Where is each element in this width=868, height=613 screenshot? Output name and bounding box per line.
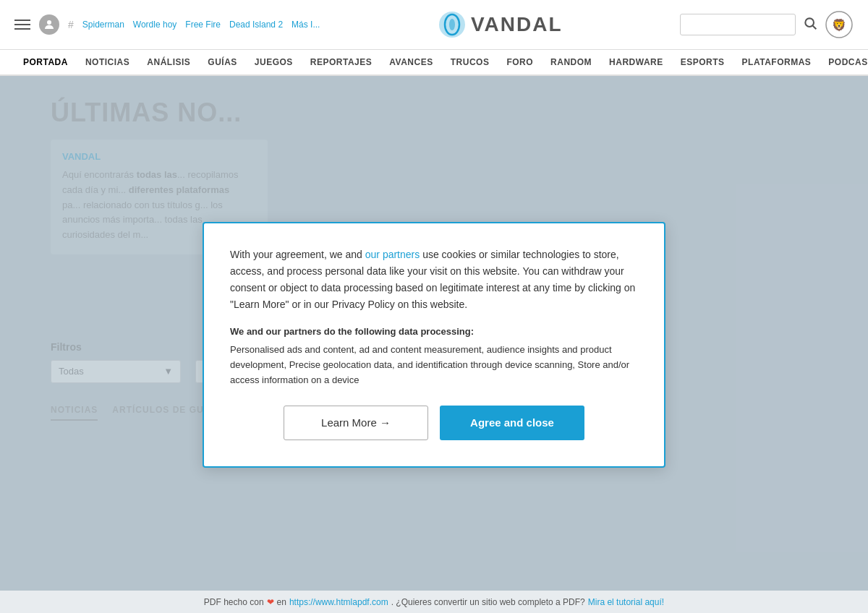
nav-portada[interactable]: PORTADA <box>14 49 77 75</box>
trending-link-deadisland[interactable]: Dead Island 2 <box>229 20 283 30</box>
content-area: ÚLTIMAS NO... VANDAL Aquí encontrarás to… <box>0 76 868 613</box>
nav-analisis[interactable]: Análisis <box>138 49 199 75</box>
trending-link-spiderman[interactable]: Spiderman <box>82 20 124 30</box>
nav-avances[interactable]: Avances <box>380 49 441 75</box>
agree-close-button[interactable]: Agree and close <box>440 406 584 440</box>
nav-podcast[interactable]: Podcast <box>820 49 868 75</box>
site-logo[interactable]: VANDAL <box>438 10 563 39</box>
trending-link-wordle[interactable]: Wordle hoy <box>133 20 176 30</box>
lion-brand-icon: 🦁 <box>825 10 854 39</box>
nav-reportajes[interactable]: Reportajes <box>302 49 380 75</box>
vandal-logo-icon <box>438 10 467 39</box>
cookie-intro-text: With your agreement, we and our partners… <box>230 247 638 313</box>
tutorial-link[interactable]: Mira el tutorial aquí! <box>588 597 664 607</box>
nav-juegos[interactable]: Juegos <box>246 49 302 75</box>
nav-trucos[interactable]: Trucos <box>442 49 498 75</box>
header-right: 🦁 <box>680 10 854 39</box>
cookie-buttons: Learn More → Agree and close <box>230 406 638 440</box>
svg-line-5 <box>813 25 817 29</box>
htmlapdf-link[interactable]: https://www.htmlapdf.com <box>289 597 388 607</box>
hamburger-menu[interactable] <box>14 20 30 30</box>
cookie-overlay: With your agreement, we and our partners… <box>0 76 868 613</box>
logo-area: VANDAL <box>328 10 671 39</box>
footer-text3: . ¿Quieres convertir un sitio web comple… <box>391 597 585 607</box>
footer-text2: en <box>277 597 286 607</box>
user-avatar[interactable] <box>39 14 59 35</box>
cookie-partners-section: We and our partners do the following dat… <box>230 326 638 387</box>
svg-point-3 <box>449 19 455 30</box>
search-button[interactable] <box>803 16 817 34</box>
search-input[interactable] <box>680 14 796 35</box>
svg-point-4 <box>805 18 814 27</box>
svg-point-0 <box>47 20 51 25</box>
nav-bar: PORTADA Noticias Análisis Guías Juegos R… <box>0 50 868 76</box>
trending-links: Spiderman Wordle hoy Free Fire Dead Isla… <box>82 20 320 30</box>
footer-bar: PDF hecho con ❤ en https://www.htmlapdf.… <box>0 591 868 613</box>
learn-more-button[interactable]: Learn More → <box>284 406 428 440</box>
trending-link-freefire[interactable]: Free Fire <box>185 20 221 30</box>
nav-noticias[interactable]: Noticias <box>77 49 138 75</box>
svg-text:🦁: 🦁 <box>832 18 846 32</box>
cookie-partners-desc: Personalised ads and content, ad and con… <box>230 343 638 387</box>
header: # Spiderman Wordle hoy Free Fire Dead Is… <box>0 0 868 50</box>
partners-link[interactable]: our partners <box>365 249 420 260</box>
nav-hardware[interactable]: Hardware <box>600 49 672 75</box>
nav-plataformas[interactable]: Plataformas <box>733 49 820 75</box>
cookie-modal: With your agreement, we and our partners… <box>203 222 665 468</box>
hash-symbol: # <box>68 19 74 30</box>
cookie-partners-title: We and our partners do the following dat… <box>230 326 638 337</box>
footer-text1: PDF hecho con <box>204 597 264 607</box>
site-name: VANDAL <box>471 13 563 36</box>
trending-link-more[interactable]: Más I... <box>292 20 320 30</box>
nav-esports[interactable]: eSports <box>672 49 733 75</box>
nav-guias[interactable]: Guías <box>199 49 246 75</box>
nav-random[interactable]: Random <box>542 49 600 75</box>
nav-foro[interactable]: Foro <box>498 49 542 75</box>
heart-icon: ❤ <box>267 597 274 607</box>
